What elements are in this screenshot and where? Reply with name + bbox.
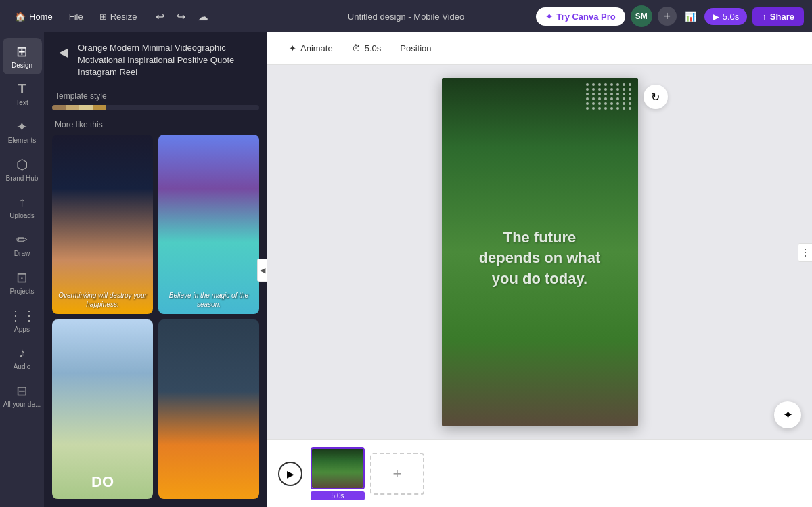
cloud-save-icon[interactable]: ☁ [194, 7, 212, 26]
hide-panel-button[interactable]: ◀ [257, 258, 267, 282]
canvas-dot [616, 93, 619, 95]
page-thumb-inner-1 [311, 447, 365, 489]
canvas-main: // Generate dots via JS after load The f… [267, 65, 812, 439]
audio-icon: ♪ [19, 345, 26, 361]
sidebar-item-apps[interactable]: ⋮⋮ Apps [3, 302, 42, 338]
canvas-dot [623, 102, 625, 105]
share-button[interactable]: ↑ Share [752, 7, 804, 26]
canvas-dot [629, 107, 631, 110]
template-card-2-text: Believe in the magic of the season. [158, 286, 259, 314]
design-canvas[interactable]: // Generate dots via JS after load The f… [442, 78, 638, 426]
apps-icon: ⋮⋮ [9, 307, 36, 324]
canvas-dot [616, 88, 619, 91]
template-style-label: Template style [44, 85, 267, 105]
sidebar-item-all[interactable]: ⊟ All your de... [3, 377, 42, 414]
sidebar-item-projects[interactable]: ⊡ Projects [3, 264, 42, 301]
canvas-dot [598, 102, 601, 105]
template-card-3[interactable]: DO [52, 319, 153, 499]
canvas-dot [598, 107, 601, 110]
play-button-top[interactable]: ▶ 5.0s [704, 8, 748, 25]
sidebar-item-audio[interactable]: ♪ Audio [3, 340, 42, 376]
home-button[interactable]: 🏠 Home [8, 9, 60, 24]
undo-redo-group: ↩ ↪ ☁ [152, 7, 212, 26]
canvas-dot [598, 83, 601, 86]
hide-pages-button[interactable]: ⋮ [798, 243, 812, 262]
canvas-dot [586, 102, 589, 105]
canvas-dot [592, 93, 595, 95]
template-style-swatches [52, 105, 106, 111]
canvas-dot [623, 107, 625, 110]
canvas-dot [604, 107, 607, 110]
page-thumb-1[interactable]: 5.0s [311, 447, 365, 500]
sidebar-item-text[interactable]: T Text [3, 76, 42, 112]
canvas-dot [629, 102, 631, 105]
magic-button[interactable]: ✦ [774, 401, 801, 428]
topbar-right: ✦ Try Canva Pro SM + 📊 ▶ 5.0s ↑ Share [536, 5, 804, 27]
canvas-dot [629, 88, 631, 91]
avatar[interactable]: SM [631, 5, 652, 27]
home-icon: 🏠 [15, 12, 26, 22]
sidebar-item-uploads[interactable]: ↑ Uploads [3, 189, 42, 225]
canvas-dot [592, 97, 595, 100]
canvas-dot [623, 88, 625, 91]
canvas-dot [610, 83, 613, 86]
canvas-dot [586, 88, 589, 91]
add-collaborator-button[interactable]: + [658, 7, 677, 26]
template-style-card[interactable]: Gatwick Bo Gatwick Bold [52, 105, 259, 111]
canvas-dots: // Generate dots via JS after load [586, 83, 633, 110]
file-button[interactable]: File [62, 9, 90, 24]
swatch-1 [52, 105, 66, 111]
template-style-text: Gatwick Bo Gatwick Bold [106, 105, 259, 111]
canvas-dot [629, 93, 631, 95]
canvas-dot [610, 102, 613, 105]
canvas-dot [623, 93, 625, 95]
sidebar-item-design[interactable]: ⊞ Design [3, 38, 42, 74]
document-title: Untitled design - Mobile Video [348, 12, 464, 22]
canvas-dot [629, 97, 631, 100]
panel-title: Orange Modern Minimal Videographic Motiv… [78, 42, 256, 79]
sidebar-item-elements[interactable]: ✦ Elements [3, 113, 42, 150]
template-card-2[interactable]: Believe in the magic of the season. [158, 135, 259, 314]
undo-button[interactable]: ↩ [152, 7, 168, 26]
analytics-icon[interactable]: 📊 [682, 8, 699, 24]
canvas-background: // Generate dots via JS after load The f… [442, 78, 638, 426]
refresh-button[interactable]: ↻ [644, 85, 668, 109]
animate-button[interactable]: ✦ Animate [281, 39, 341, 58]
template-card-3-text: DO [52, 473, 153, 491]
sidebar-item-label-all: All your de... [3, 401, 41, 408]
sidebar-item-label-design: Design [12, 62, 32, 69]
left-panel: ◀ Orange Modern Minimal Videographic Mot… [44, 32, 267, 507]
template-card-1[interactable]: Overthinking will destroy your happiness… [52, 135, 153, 314]
redo-button[interactable]: ↪ [173, 7, 189, 26]
sidebar-item-label-projects: Projects [9, 288, 34, 295]
canvas-dot [616, 83, 619, 86]
try-pro-button[interactable]: ✦ Try Canva Pro [536, 7, 625, 26]
sidebar-item-draw[interactable]: ✏ Draw [3, 226, 42, 263]
play-timeline-button[interactable]: ▶ [278, 462, 302, 486]
position-button[interactable]: Position [392, 39, 439, 58]
draw-icon: ✏ [16, 232, 28, 248]
add-page-button[interactable]: + [370, 453, 424, 495]
uploads-icon: ↑ [19, 194, 26, 210]
sidebar-icons: ⊞ Design T Text ✦ Elements ⬡ Brand Hub ↑… [0, 32, 44, 507]
back-button[interactable]: ◀ [55, 43, 72, 61]
sidebar-item-label-draw: Draw [14, 250, 30, 257]
sidebar-item-brand-hub[interactable]: ⬡ Brand Hub [3, 151, 42, 188]
canvas-toolbar: ✦ Animate ⏱ 5.0s Position [267, 32, 812, 65]
timeline: ▶ 5.0s + [267, 439, 812, 507]
canvas-dot [623, 83, 625, 86]
canvas-dot [604, 102, 607, 105]
canvas-dot [610, 97, 613, 100]
projects-icon: ⊡ [16, 269, 28, 286]
canvas-dot [610, 107, 613, 110]
hide-pages-bar: ⋮ [798, 243, 812, 262]
template-card-4[interactable] [158, 319, 259, 499]
sidebar-item-label-text: Text [16, 99, 28, 106]
resize-button[interactable]: ⊞ Resize [93, 9, 144, 24]
swatch-3 [79, 105, 93, 111]
share-icon: ↑ [762, 12, 767, 22]
duration-button[interactable]: ⏱ 5.0s [344, 39, 390, 58]
page-thumb-label-1: 5.0s [311, 491, 365, 500]
play-timeline-icon: ▶ [287, 468, 294, 479]
design-icon: ⊞ [16, 43, 28, 60]
